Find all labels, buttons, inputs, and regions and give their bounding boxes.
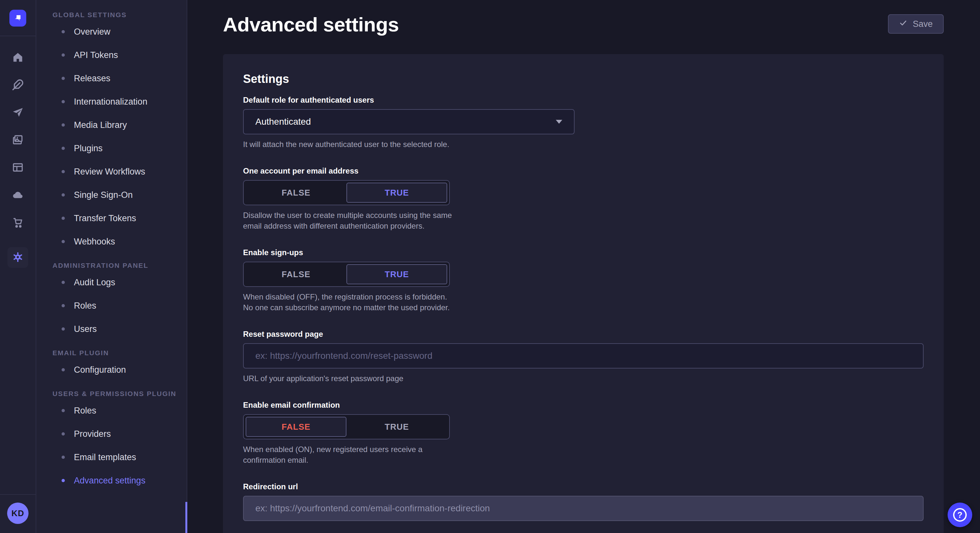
rail-settings-button[interactable] xyxy=(8,247,28,268)
sidebar-item-label: Roles xyxy=(74,301,96,311)
bullet-icon xyxy=(62,100,65,103)
cloud-icon xyxy=(12,189,24,202)
rail-content-manager-button[interactable] xyxy=(8,75,28,95)
subnav-heading: ADMINISTRATION PANEL xyxy=(52,262,187,270)
rail-bottom-divider xyxy=(0,494,36,495)
one-account-true-option[interactable]: TRUE xyxy=(347,182,447,203)
rail-deploy-button[interactable] xyxy=(8,185,28,206)
bullet-icon xyxy=(62,54,65,57)
one-account-hint: Disallow the user to create multiple acc… xyxy=(243,210,454,231)
settings-card-title: Settings xyxy=(243,72,924,86)
sidebar-item-providers[interactable]: Providers xyxy=(52,422,187,446)
question-mark-icon: ? xyxy=(953,508,967,522)
sidebar-item-admin-users[interactable]: Users xyxy=(52,317,187,341)
bullet-icon xyxy=(62,147,65,150)
sidebar-item-label: Webhooks xyxy=(74,237,115,247)
subnav-heading: GLOBAL SETTINGS xyxy=(52,11,187,19)
bullet-icon xyxy=(62,304,65,307)
sidebar-item-admin-roles[interactable]: Roles xyxy=(52,294,187,317)
sign-ups-hint: When disabled (OFF), the registration pr… xyxy=(243,292,454,313)
one-account-false-option[interactable]: FALSE xyxy=(246,182,347,203)
chevron-down-icon xyxy=(556,120,562,124)
bullet-icon xyxy=(62,77,65,80)
sidebar-item-media-library[interactable]: Media Library xyxy=(52,113,187,136)
bullet-icon xyxy=(62,217,65,220)
pictures-icon xyxy=(12,134,24,147)
field-one-account: One account per email address FALSE TRUE… xyxy=(243,167,924,231)
sidebar-item-transfer-tokens[interactable]: Transfer Tokens xyxy=(52,206,187,230)
gear-icon xyxy=(12,251,24,264)
sidebar-item-up-roles[interactable]: Roles xyxy=(52,399,187,422)
redirection-url-label: Redirection url xyxy=(243,482,924,491)
icon-rail: KD xyxy=(0,0,36,533)
bullet-icon xyxy=(62,409,65,412)
sign-ups-toggle: FALSE TRUE xyxy=(243,262,450,287)
sidebar-item-overview[interactable]: Overview xyxy=(52,20,187,43)
sidebar-item-email-templates[interactable]: Email templates xyxy=(52,446,187,469)
app-root: KD GLOBAL SETTINGS Overview API Tokens R… xyxy=(0,0,980,533)
sidebar-item-audit-logs[interactable]: Audit Logs xyxy=(52,271,187,294)
default-role-label: Default role for authenticated users xyxy=(243,95,924,105)
email-confirmation-toggle: FALSE TRUE xyxy=(243,414,450,439)
sidebar-item-label: Users xyxy=(74,324,97,334)
email-confirmation-false-option[interactable]: FALSE xyxy=(246,417,347,437)
rail-marketplace-button[interactable] xyxy=(8,213,28,233)
sidebar-item-label: Review Workflows xyxy=(74,167,145,177)
save-button[interactable]: Save xyxy=(888,14,944,34)
rail-home-button[interactable] xyxy=(8,47,28,68)
rail-releases-button[interactable] xyxy=(8,102,28,123)
rail-divider xyxy=(0,36,36,36)
sidebar-item-webhooks[interactable]: Webhooks xyxy=(52,230,187,253)
sidebar-item-advanced-settings[interactable]: Advanced settings xyxy=(52,469,187,492)
redirection-url-input[interactable] xyxy=(243,496,924,521)
reset-password-input[interactable] xyxy=(243,343,924,368)
strapi-logo[interactable] xyxy=(10,10,26,27)
sidebar-item-label: Single Sign-On xyxy=(74,190,133,200)
sidebar-item-label: API Tokens xyxy=(74,50,118,60)
bullet-icon xyxy=(62,194,65,197)
settings-subnav: GLOBAL SETTINGS Overview API Tokens Rele… xyxy=(36,0,187,533)
sidebar-item-internationalization[interactable]: Internationalization xyxy=(52,90,187,113)
window-layout-icon xyxy=(12,162,24,174)
email-confirmation-label: Enable email confirmation xyxy=(243,401,924,409)
email-confirmation-hint: When enabled (ON), new registered users … xyxy=(243,444,454,465)
bullet-icon xyxy=(62,124,65,127)
bullet-icon xyxy=(62,240,65,243)
subnav-section-global: GLOBAL SETTINGS Overview API Tokens Rele… xyxy=(52,11,187,253)
bullet-icon xyxy=(62,327,65,331)
sidebar-item-releases[interactable]: Releases xyxy=(52,67,187,90)
sidebar-item-label: Advanced settings xyxy=(74,476,145,486)
one-account-label: One account per email address xyxy=(243,167,924,176)
sidebar-item-plugins[interactable]: Plugins xyxy=(52,136,187,160)
sidebar-item-label: Email templates xyxy=(74,452,136,462)
sign-ups-true-option[interactable]: TRUE xyxy=(347,264,447,284)
default-role-select[interactable]: Authenticated xyxy=(243,109,574,134)
user-avatar[interactable]: KD xyxy=(7,503,29,524)
sidebar-item-review-workflows[interactable]: Review Workflows xyxy=(52,160,187,183)
field-email-confirmation: Enable email confirmation FALSE TRUE Whe… xyxy=(243,401,924,465)
rail-bottom: KD xyxy=(0,494,36,533)
sidebar-item-label: Configuration xyxy=(74,365,126,375)
one-account-toggle: FALSE TRUE xyxy=(243,180,450,205)
sidebar-item-label: Transfer Tokens xyxy=(74,213,136,224)
rail-content-type-builder-button[interactable] xyxy=(8,157,28,178)
subnav-heading: EMAIL PLUGIN xyxy=(52,349,187,357)
sign-ups-label: Enable sign-ups xyxy=(243,248,924,257)
sidebar-item-email-configuration[interactable]: Configuration xyxy=(52,358,187,381)
rail-media-library-button[interactable] xyxy=(8,130,28,151)
bullet-icon xyxy=(62,479,65,482)
help-button[interactable]: ? xyxy=(948,503,972,527)
field-default-role: Default role for authenticated users Aut… xyxy=(243,95,924,150)
bullet-icon xyxy=(62,432,65,436)
main-content: Advanced settings Save Settings Default … xyxy=(187,0,980,533)
reset-password-label: Reset password page xyxy=(243,330,924,339)
strapi-mark-icon xyxy=(12,12,23,24)
subnav-section-email-plugin: EMAIL PLUGIN Configuration xyxy=(52,349,187,381)
email-confirmation-true-option[interactable]: TRUE xyxy=(347,417,447,437)
sign-ups-false-option[interactable]: FALSE xyxy=(246,264,347,284)
feather-icon xyxy=(12,79,24,92)
sidebar-item-single-sign-on[interactable]: Single Sign-On xyxy=(52,183,187,206)
sidebar-item-api-tokens[interactable]: API Tokens xyxy=(52,43,187,67)
default-role-hint: It will attach the new authenticated use… xyxy=(243,139,924,150)
sidebar-item-label: Media Library xyxy=(74,120,127,130)
